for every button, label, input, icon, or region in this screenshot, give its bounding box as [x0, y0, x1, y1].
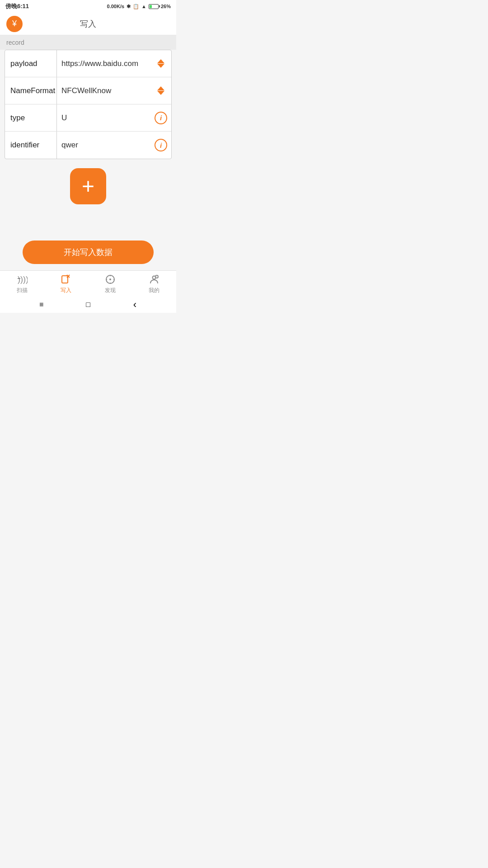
back-button[interactable]: ‹ — [129, 299, 140, 310]
info-icon: i — [155, 112, 167, 124]
record-table: payload https://www.baidu.com NameFormat… — [5, 50, 172, 159]
table-row: identifier qwer i — [5, 132, 171, 159]
nav-item-discover[interactable]: 发现 — [88, 274, 132, 294]
status-bar: 傍晚6:11 0.00K/s ✱ 📋 ▲ 26% — [0, 0, 176, 13]
spinner-icon — [155, 85, 167, 97]
header-title: 写入 — [80, 19, 96, 29]
payload-spinner[interactable] — [150, 50, 171, 77]
row-value-type[interactable]: U — [57, 113, 150, 123]
app-logo: ¥ — [6, 16, 23, 32]
scan-icon: )))) — [16, 274, 28, 285]
table-row: NameFormat NFCWellKnow — [5, 77, 171, 104]
row-value-nameformat[interactable]: NFCWellKnow — [57, 86, 150, 95]
row-key-payload: payload — [5, 50, 57, 77]
home-button[interactable]: □ — [83, 299, 94, 310]
info-icon: i — [155, 139, 167, 151]
svg-point-6 — [109, 278, 111, 280]
nav-label-scan: 扫描 — [17, 287, 28, 294]
table-row: type U i — [5, 104, 171, 132]
wifi-icon: ▲ — [141, 4, 146, 9]
row-key-type: type — [5, 104, 57, 131]
menu-button[interactable]: ≡ — [36, 299, 47, 310]
sim-icon: 📋 — [133, 4, 139, 9]
section-label: record — [0, 35, 176, 50]
nav-label-discover: 发现 — [105, 287, 116, 294]
spinner-icon — [155, 57, 167, 70]
battery-percent: 26% — [161, 4, 171, 9]
plus-icon: + — [82, 175, 94, 197]
sys-nav: ≡ □ ‹ — [0, 297, 176, 313]
battery-icon — [149, 4, 159, 9]
nav-label-mine: 我的 — [149, 287, 160, 294]
row-key-nameformat: NameFormat — [5, 77, 57, 104]
bluetooth-icon: ✱ — [127, 4, 131, 9]
main-content: record payload https://www.baidu.com Nam… — [0, 35, 176, 234]
svg-text:)))): )))) — [18, 275, 28, 284]
row-value-identifier[interactable]: qwer — [57, 141, 150, 150]
mine-icon — [148, 274, 160, 285]
add-record-button[interactable]: + — [70, 168, 106, 204]
header: ¥ 写入 — [0, 13, 176, 35]
nav-item-mine[interactable]: 我的 — [132, 274, 177, 294]
write-icon — [60, 274, 72, 285]
write-button-wrap: 开始写入数据 — [0, 234, 176, 270]
type-info[interactable]: i — [150, 104, 171, 131]
identifier-info[interactable]: i — [150, 132, 171, 159]
row-key-identifier: identifier — [5, 132, 57, 159]
nameformat-spinner[interactable] — [150, 77, 171, 104]
svg-rect-2 — [62, 276, 68, 283]
status-time: 傍晚6:11 — [5, 2, 29, 10]
nav-label-write: 写入 — [61, 287, 71, 294]
nav-item-write[interactable]: 写入 — [44, 274, 89, 294]
row-value-payload[interactable]: https://www.baidu.com — [57, 59, 150, 68]
nav-item-scan[interactable]: )))) 扫描 — [0, 274, 44, 294]
add-button-wrap: + — [0, 159, 176, 213]
status-right: 0.00K/s ✱ 📋 ▲ 26% — [107, 4, 171, 9]
network-speed: 0.00K/s — [107, 4, 125, 9]
write-data-button[interactable]: 开始写入数据 — [23, 241, 154, 264]
table-row: payload https://www.baidu.com — [5, 50, 171, 77]
bottom-nav: )))) 扫描 写入 发现 — [0, 270, 176, 297]
discover-icon — [104, 274, 116, 285]
